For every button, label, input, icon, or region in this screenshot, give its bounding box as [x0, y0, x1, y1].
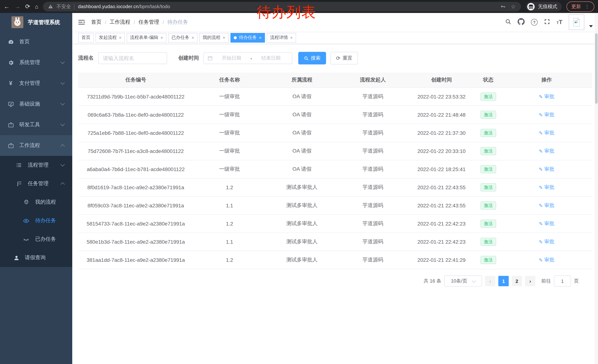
table-row: 8f059c03-7ac8-11ec-a9e2-a2380e71991a 1.1…	[78, 197, 592, 215]
tab-done-tasks[interactable]: 已办任务×	[168, 33, 198, 42]
breadcrumb-workflow[interactable]: 工作流程	[110, 19, 130, 25]
main-content: 流程名 创建时间 开始日期 - 结束日期 搜索 ⟳ 重置 任务编号 任务名称	[72, 44, 598, 364]
cell-task-id: 381aa1dd-7ac8-11ec-a9e2-a2380e71991a	[78, 257, 193, 263]
cell-task-name: 1.2	[193, 184, 266, 190]
cell-starter: 芋道源码	[338, 129, 407, 136]
sidebar-collapse-icon[interactable]	[78, 18, 85, 26]
caret-down-icon[interactable]	[589, 25, 593, 27]
search-icon[interactable]	[505, 18, 511, 26]
list-icon	[16, 162, 22, 168]
back-icon[interactable]: ←	[4, 4, 10, 9]
close-icon[interactable]: ×	[119, 35, 122, 40]
table-row: 381aa1dd-7ac8-11ec-a9e2-a2380e71991a 1.2…	[78, 251, 592, 269]
status-badge: 激活	[481, 129, 496, 137]
star-icon[interactable]: ☆	[511, 3, 516, 10]
sidebar-item-payment[interactable]: ¥ 支付管理	[0, 73, 72, 94]
sidebar-item-my-process[interactable]: 我的流程	[0, 193, 72, 211]
briefcase-icon	[8, 142, 14, 149]
date-range-picker[interactable]: 开始日期 - 结束日期	[203, 52, 292, 64]
approve-link[interactable]: ✎审批	[539, 184, 555, 191]
prev-page-button[interactable]: ‹	[485, 276, 495, 286]
search-button[interactable]: 搜索	[298, 52, 326, 65]
dashboard-icon	[8, 39, 14, 45]
home-icon[interactable]: ⌂	[35, 4, 38, 9]
key-icon[interactable]	[500, 4, 506, 9]
approve-link[interactable]: ✎审批	[539, 257, 555, 263]
app-logo[interactable]: 芋道管理系统	[0, 13, 72, 32]
cell-starter: 芋道源码	[338, 184, 407, 191]
sidebar-item-home[interactable]: 首页	[0, 32, 72, 52]
cell-starter: 芋道源码	[338, 112, 407, 118]
approve-link[interactable]: ✎审批	[539, 238, 555, 245]
cell-process: OA 请假	[266, 166, 338, 173]
breadcrumb-home[interactable]: 首页	[91, 19, 101, 25]
approve-link[interactable]: ✎审批	[539, 148, 555, 154]
incognito-badge: 无痕模式	[526, 2, 562, 11]
col-process: 所属流程	[266, 77, 338, 83]
tab-home[interactable]: 首页	[78, 33, 94, 42]
page-button-2[interactable]: 2	[512, 276, 522, 286]
breadcrumb-task-mgmt[interactable]: 任务管理	[139, 19, 159, 25]
github-icon[interactable]	[518, 18, 525, 26]
reload-icon[interactable]: ⟳	[25, 4, 30, 9]
process-name-input[interactable]	[98, 52, 167, 64]
sidebar-item-system[interactable]: 系统管理	[0, 52, 72, 73]
cell-starter: 芋道源码	[338, 202, 407, 209]
approve-link[interactable]: ✎审批	[539, 202, 555, 209]
approve-link[interactable]: ✎审批	[539, 220, 555, 227]
approve-link[interactable]: ✎审批	[539, 129, 555, 136]
scrollbar-thumb[interactable]	[595, 33, 598, 104]
update-button[interactable]: 更新 ⋮	[566, 1, 594, 12]
close-icon[interactable]: ×	[191, 35, 194, 40]
jump-page-input[interactable]	[554, 275, 571, 287]
cell-starter: 芋道源码	[338, 257, 407, 263]
help-icon[interactable]: ?	[531, 19, 538, 25]
page-scrollbar[interactable]	[595, 13, 598, 364]
sidebar-item-done-tasks[interactable]: 已办任务	[0, 230, 72, 249]
sidebar-item-todo-tasks[interactable]: 待办任务	[0, 211, 72, 230]
next-page-button[interactable]: ›	[525, 276, 535, 286]
forward-icon[interactable]: →	[15, 4, 20, 9]
sidebar-item-task-mgmt[interactable]: 任务管理	[0, 174, 72, 193]
sidebar-item-infra[interactable]: 基础设施	[0, 94, 72, 114]
close-icon[interactable]: ×	[223, 35, 225, 40]
cell-create-time: 2022-01-21 22:42:23	[407, 221, 475, 226]
tab-todo-tasks[interactable]: 待办任务×	[231, 33, 265, 42]
col-create-time: 创建时间	[407, 77, 475, 83]
browser-menu-icon[interactable]: ⋮	[585, 4, 590, 9]
cell-process: OA 请假	[266, 129, 338, 136]
cell-create-time: 2022-01-22 21:37:30	[407, 130, 475, 136]
annotation-overlay: 待办列表	[257, 2, 316, 22]
top-navbar: 首页 / 工作流程 / 任务管理 / 待办任务 ? TT	[72, 13, 598, 32]
tab-process-detail[interactable]: 流程详情×	[267, 33, 296, 42]
reset-button[interactable]: ⟳ 重置	[331, 52, 358, 65]
approve-link[interactable]: ✎审批	[539, 93, 555, 100]
page-size-select[interactable]: 10条/页	[444, 275, 482, 287]
cell-create-time: 2022-01-21 22:43:55	[407, 202, 475, 209]
fullscreen-icon[interactable]	[544, 18, 550, 26]
tab-start-process[interactable]: 发起流程×	[96, 33, 125, 42]
page-button-1[interactable]: 1	[498, 276, 509, 286]
process-name-label: 流程名	[78, 55, 94, 61]
font-size-icon[interactable]: TT	[556, 19, 562, 25]
approve-link[interactable]: ✎审批	[539, 166, 555, 173]
tab-my-process[interactable]: 我的流程×	[199, 33, 229, 42]
security-label[interactable]: 不安全	[57, 3, 71, 10]
table-row: 725a1eb6-7b88-11ec-8ef0-acde48001122 一级审…	[78, 124, 592, 142]
cell-starter: 芋道源码	[338, 238, 407, 245]
sidebar-item-workflow[interactable]: 工作流程	[0, 135, 72, 156]
close-icon[interactable]: ×	[259, 35, 262, 40]
sidebar-item-devtools[interactable]: 研发工具	[0, 114, 72, 135]
approve-link[interactable]: ✎审批	[539, 112, 555, 118]
chevron-up-icon	[61, 144, 65, 148]
tab-process-form-edit[interactable]: 流程表单-编辑×	[127, 33, 166, 42]
cell-task-name: 1.2	[193, 257, 266, 263]
close-icon[interactable]: ×	[160, 35, 163, 40]
sidebar-item-leave-query[interactable]: 请假查询	[0, 249, 72, 267]
close-icon[interactable]: ×	[290, 35, 293, 40]
sidebar-item-process-mgmt[interactable]: 流程管理	[0, 156, 72, 174]
status-badge: 激活	[481, 238, 496, 246]
cell-task-name: 1.2	[193, 221, 266, 226]
cell-process: 测试多审批人	[266, 202, 338, 209]
avatar[interactable]	[569, 15, 584, 30]
